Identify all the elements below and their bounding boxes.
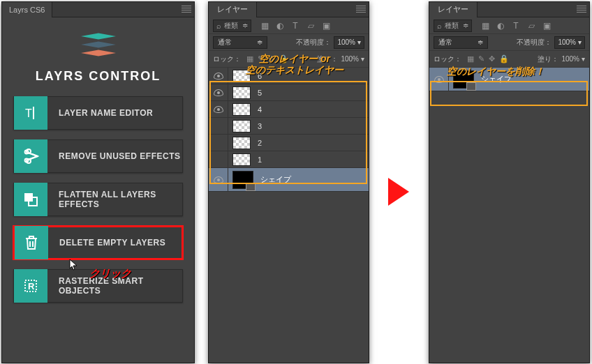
rasterize-icon: R [14, 269, 47, 303]
lock-all-icon: 🔒 [499, 54, 509, 63]
filter-row: ⌕種類≑ ▦◐T▱▣ [429, 17, 589, 34]
layer-thumbnail [232, 103, 251, 116]
panel-tab-bar: レイヤー [429, 2, 589, 17]
visibility-toggle[interactable] [209, 168, 228, 191]
blend-mode-dropdown[interactable]: 通常≑ [434, 36, 488, 49]
button-label: DELETE EMPTY LAYERS [48, 238, 165, 248]
panel-tab-layers[interactable]: レイヤー [429, 2, 478, 17]
layer-list: 6 5 4 3 2 1 シェイプ [209, 68, 369, 192]
lock-label: ロック： [434, 54, 461, 64]
delete-empty-layers-button[interactable]: DELETE EMPTY LAYERS [13, 226, 183, 259]
filter-type-icons[interactable]: ▦◐T▱▣ [260, 21, 331, 31]
panel-tab-bar: Layrs CS6 [2, 2, 194, 17]
visibility-toggle[interactable] [209, 84, 228, 100]
layer-row[interactable]: 5 [209, 84, 369, 101]
text-cursor-icon: T [14, 96, 47, 130]
blend-mode-dropdown[interactable]: 通常≑ [213, 36, 267, 49]
layer-name: 3 [258, 122, 262, 130]
fill-label: 塗り： [538, 54, 558, 64]
opacity-value[interactable]: 100%▾ [554, 36, 585, 49]
pixel-filter-icon: ▦ [480, 21, 490, 31]
search-icon: ⌕ [216, 22, 221, 30]
visibility-toggle[interactable] [209, 151, 228, 167]
callout-deleted: 空のレイヤーを削除！ [447, 66, 545, 78]
flatten-all-layers-effects-button[interactable]: FLATTEN ALL LAYERS EFFECTS [13, 183, 183, 216]
flyout-menu-icon[interactable] [356, 5, 366, 13]
shape-filter-icon: ▱ [306, 21, 316, 31]
flyout-menu-icon[interactable] [577, 5, 586, 13]
pixel-filter-icon: ▦ [260, 21, 269, 31]
lock-icons-group[interactable]: ▦✎✥🔒 [467, 54, 509, 63]
svg-text:T: T [25, 107, 32, 119]
adjustment-filter-icon: ◐ [275, 21, 285, 31]
adjustment-filter-icon: ◐ [496, 21, 505, 31]
button-label: REMOVE UNUSED EFFECTS [47, 151, 181, 161]
filter-row: ⌕種類≑ ▦◐T▱▣ [209, 17, 369, 34]
shape-filter-icon: ▱ [526, 21, 536, 31]
fill-value[interactable]: 100%▾ [561, 55, 585, 63]
type-filter-icon: T [290, 21, 300, 31]
button-label: LAYER NAME EDITOR [47, 108, 153, 118]
panel-tab-layers[interactable]: レイヤー [209, 2, 257, 17]
eye-icon [214, 89, 223, 96]
layer-thumbnail [232, 120, 251, 132]
layer-name: 1 [258, 156, 262, 164]
layrs-logo-icon [80, 30, 117, 61]
layer-row[interactable]: 1 [209, 151, 369, 168]
button-label: FLATTEN ALL LAYERS EFFECTS [47, 190, 182, 209]
layer-row[interactable]: 4 [209, 101, 369, 118]
lock-image-icon: ✎ [478, 54, 484, 63]
logo-area: LAYRS CONTROL [2, 17, 194, 91]
layers-panel-after: レイヤー ⌕種類≑ ▦◐T▱▣ 通常≑ 不透明度： 100%▾ ロック： ▦✎✥… [429, 1, 590, 363]
visibility-toggle[interactable] [209, 135, 228, 151]
opacity-label: 不透明度： [517, 38, 552, 47]
blend-opacity-row: 通常≑ 不透明度： 100%▾ [209, 34, 369, 51]
type-filter-icon: T [511, 21, 521, 31]
trash-icon [15, 226, 48, 259]
eye-icon [434, 76, 444, 83]
tool-button-list: T LAYER NAME EDITOR REMOVE UNUSED EFFECT… [2, 91, 194, 318]
eye-icon [214, 106, 223, 113]
filter-type-icons[interactable]: ▦◐T▱▣ [480, 21, 552, 31]
eye-icon [214, 73, 223, 79]
opacity-label: 不透明度： [296, 38, 331, 47]
layer-name: 5 [258, 89, 262, 97]
layer-row[interactable]: 2 [209, 135, 369, 151]
flyout-menu-icon[interactable] [182, 5, 191, 13]
visibility-toggle[interactable] [429, 68, 449, 91]
panel-tab-layrs[interactable]: Layrs CS6 [2, 2, 52, 17]
callout-empty-layers: 空のレイヤー or空のテキストレイヤー [225, 53, 364, 75]
visibility-toggle[interactable] [209, 101, 228, 117]
flatten-icon [14, 183, 47, 216]
scissors-icon [14, 139, 47, 173]
layer-thumbnail [232, 171, 253, 189]
click-annotation: クリック [89, 267, 131, 280]
remove-unused-effects-button[interactable]: REMOVE UNUSED EFFECTS [13, 139, 183, 173]
panel-tab-bar: レイヤー [209, 2, 369, 17]
arrow-right-icon [388, 178, 409, 206]
layer-thumbnail [232, 86, 251, 99]
layer-thumbnail [232, 137, 251, 149]
layer-row[interactable]: 3 [209, 118, 369, 135]
layer-thumbnail [232, 153, 251, 166]
kind-filter-dropdown[interactable]: ⌕種類≑ [434, 20, 472, 32]
lock-position-icon: ✥ [489, 54, 495, 63]
search-icon: ⌕ [437, 22, 442, 30]
kind-filter-dropdown[interactable]: ⌕種類≑ [213, 20, 251, 32]
layer-name: 2 [258, 139, 262, 147]
lock-transparency-icon: ▦ [467, 54, 474, 63]
smart-filter-icon: ▣ [321, 21, 331, 31]
svg-rect-1 [33, 107, 34, 119]
layer-name: 4 [258, 105, 262, 114]
layer-name-editor-button[interactable]: T LAYER NAME EDITOR [13, 96, 183, 130]
layrs-control-panel: ▸▸ Layrs CS6 LAYRS CONTROL T LAYER NAME … [1, 1, 195, 363]
smart-filter-icon: ▣ [542, 21, 552, 31]
visibility-toggle[interactable] [209, 118, 228, 134]
layer-row-shape[interactable]: シェイプ [209, 168, 369, 192]
logo-title: LAYRS CONTROL [2, 69, 194, 84]
eye-icon [214, 176, 223, 183]
blend-opacity-row: 通常≑ 不透明度： 100%▾ [429, 34, 589, 51]
opacity-value[interactable]: 100%▾ [334, 36, 364, 49]
svg-text:R: R [28, 281, 35, 291]
layer-name: シェイプ [260, 174, 291, 185]
